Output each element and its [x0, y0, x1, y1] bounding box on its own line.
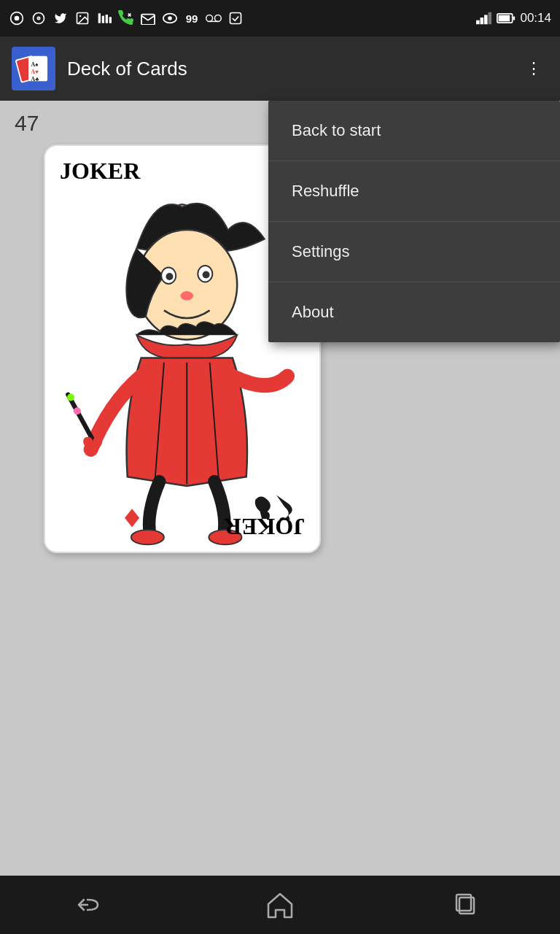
svg-point-45 [67, 393, 74, 401]
menu-item-about[interactable]: About [268, 282, 560, 342]
recent-apps-button[interactable] [441, 887, 492, 923]
eye-icon [162, 10, 178, 26]
svg-rect-9 [106, 15, 108, 23]
main-content: 47 JOKER [0, 101, 560, 876]
time-display: 00:14 [520, 11, 551, 26]
svg-point-44 [74, 407, 81, 414]
svg-point-6 [79, 15, 82, 17]
svg-point-14 [214, 15, 221, 22]
voicemail-icon [206, 10, 222, 26]
app-title: Deck of Cards [67, 58, 519, 80]
svg-rect-7 [98, 13, 101, 23]
svg-rect-18 [481, 18, 484, 24]
signal-strength: 99 [184, 10, 200, 26]
svg-rect-20 [489, 12, 492, 25]
joker-label-top: JOKER [60, 158, 140, 185]
svg-point-37 [166, 273, 173, 280]
phone-icon [118, 10, 134, 26]
svg-point-1 [15, 16, 20, 21]
menu-item-reshuffle[interactable]: Reshuffle [268, 161, 560, 222]
svg-point-38 [203, 271, 210, 278]
svg-point-13 [206, 15, 213, 22]
bar-icon [96, 10, 112, 26]
menu-item-back-to-start[interactable]: Back to start [268, 101, 560, 161]
back-button[interactable] [68, 887, 119, 923]
svg-rect-22 [499, 15, 510, 22]
image-icon [74, 10, 90, 26]
svg-text:A♠: A♠ [31, 61, 39, 68]
svg-rect-8 [102, 16, 104, 23]
screen-cast-icon [9, 10, 25, 26]
svg-point-12 [168, 16, 172, 20]
joker-label-bottom: JOKER [225, 513, 305, 540]
status-icons-left: 99 [9, 10, 244, 26]
home-button[interactable] [254, 887, 306, 923]
mail-icon [140, 10, 156, 26]
svg-line-43 [68, 395, 96, 445]
nav-bar [0, 876, 560, 934]
svg-rect-10 [109, 17, 112, 23]
svg-rect-23 [513, 16, 516, 20]
card-counter: 47 [15, 111, 39, 136]
app-icon: A♠ A♥ A♣ [12, 47, 55, 90]
dropdown-menu: Back to start Reshuffle Settings About [268, 101, 560, 342]
svg-rect-16 [230, 13, 241, 24]
twitter-icon [52, 10, 69, 26]
battery-icon [497, 12, 516, 25]
music-icon [31, 10, 47, 26]
svg-rect-17 [476, 20, 480, 25]
app-bar: A♠ A♥ A♣ Deck of Cards ⋮ [0, 36, 560, 101]
status-bar: 99 00:14 [0, 0, 560, 36]
status-right: 00:14 [476, 11, 551, 26]
svg-point-46 [131, 530, 164, 544]
menu-item-settings[interactable]: Settings [268, 222, 560, 282]
signal-bars-icon [476, 12, 492, 25]
svg-rect-19 [484, 15, 488, 24]
svg-text:A♥: A♥ [31, 69, 39, 75]
overflow-menu-button[interactable]: ⋮ [519, 54, 548, 83]
svg-point-39 [180, 291, 193, 301]
check-icon [228, 10, 244, 26]
svg-text:A♣: A♣ [31, 76, 39, 82]
svg-point-4 [38, 18, 39, 19]
